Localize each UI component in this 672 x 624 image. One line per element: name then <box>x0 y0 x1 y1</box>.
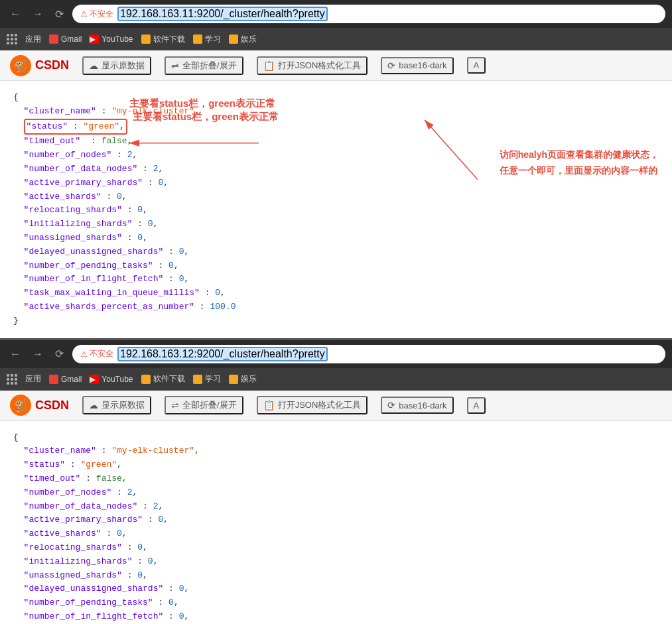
entertainment-icon-2 <box>229 375 238 384</box>
json2-open-brace: { <box>13 431 659 445</box>
bookmark-youtube-2[interactable]: ▶ YouTube <box>90 375 133 384</box>
json2-line-timed: "timed_out" : false, <box>13 472 659 486</box>
apps-grid-2[interactable] <box>7 374 17 385</box>
json-line-percent: "active_shards_percent_as_number" : 100.… <box>13 300 659 314</box>
raw-data-btn-1[interactable]: ☁ 显示原数据 <box>82 56 151 75</box>
bookmark-entertainment-1[interactable]: 娱乐 <box>229 34 257 45</box>
json2-line-flight: "number_of_in_flight_fetch" : 0, <box>13 610 659 624</box>
status-inline-annotation: 主要看status栏，green表示正常 <box>133 109 279 125</box>
software-icon-2 <box>141 375 151 384</box>
health-annotation: 访问healyh页面查看集群的健康状态， 任意一个即可，里面显示的内容一样的 <box>500 147 659 179</box>
browser-chrome-1: ← → ⟳ ⚠ 不安全 192.168.163.11:9200/_cluster… <box>0 0 672 28</box>
collapse-btn-2[interactable]: ⇌ 全部折叠/展开 <box>165 396 243 414</box>
csdn-logo-2: 🐒 CSDN <box>10 395 69 416</box>
forward-button[interactable]: → <box>29 7 46 21</box>
csdn-monkey-icon: 🐒 <box>10 55 31 76</box>
json-line-flight: "number_of_in_flight_fetch" : 0, <box>13 273 659 286</box>
url-display-1: 192.168.163.11:9200/_cluster/health?pret… <box>117 7 328 21</box>
json-content-2: { "cluster_name" : "my-elk-cluster", "st… <box>0 421 672 624</box>
gmail-icon <box>49 34 58 44</box>
json2-line-initializing: "initializing_shards" : 0, <box>13 555 659 569</box>
address-bar-1[interactable]: ⚠ 不安全 192.168.163.11:9200/_cluster/healt… <box>72 5 665 23</box>
url-text-1: 192.168.163.11:9200/_cluster/health?pret… <box>120 8 325 19</box>
back-button[interactable]: ← <box>7 7 24 21</box>
theme-icon: ⟳ <box>387 60 395 71</box>
reload-button[interactable]: ⟳ <box>52 7 67 22</box>
json-line-delayed: "delayed_unassigned_shards" : 0, <box>13 245 659 259</box>
json-tool-btn-2[interactable]: 📋 打开JSON格式化工具 <box>257 396 368 414</box>
study-icon <box>193 34 202 44</box>
apps-label-2[interactable]: 应用 <box>25 373 41 385</box>
json-line-initializing: "initializing_shards" : 0, <box>13 218 659 231</box>
bookmark-study-2[interactable]: 学习 <box>193 373 221 385</box>
json-line-task-max: "task_max_waiting_in_queue_millis" : 0, <box>13 286 659 300</box>
insecure-label: 不安全 <box>90 9 113 20</box>
url-display-2: 192.168.163.12:9200/_cluster/health?pret… <box>117 347 328 361</box>
csdn-toolbar-2: 🐒 CSDN ☁ 显示原数据 ⇌ 全部折叠/展开 📋 打开JSON格式化工具 ⟳… <box>0 391 672 421</box>
json2-line-status: "status" : "green", <box>13 458 659 472</box>
json-icon-2: 📋 <box>263 400 275 410</box>
bookmark-gmail-1[interactable]: Gmail <box>49 34 82 44</box>
cloud-icon: ☁ <box>89 60 98 71</box>
study-icon-2 <box>193 375 202 384</box>
json-content-1: { "cluster_name" : "my-elk-cluster", "st… <box>0 81 672 338</box>
raw-data-btn-2[interactable]: ☁ 显示原数据 <box>82 396 151 414</box>
gmail-icon-2 <box>49 375 58 384</box>
youtube-icon: ▶ <box>90 34 99 44</box>
collapse-icon-2: ⇌ <box>171 400 179 410</box>
csdn-logo-1: 🐒 CSDN <box>10 55 69 76</box>
forward-button-2[interactable]: → <box>29 347 46 361</box>
json2-line-delayed: "delayed_unassigned_shards" : 0, <box>13 582 659 596</box>
collapse-btn-1[interactable]: ⇌ 全部折叠/展开 <box>165 56 243 75</box>
json-line-relocating: "relocating_shards" : 0, <box>13 204 659 218</box>
back-button-2[interactable]: ← <box>7 347 24 361</box>
json-tool-btn-1[interactable]: 📋 打开JSON格式化工具 <box>257 56 368 75</box>
font-btn-1[interactable]: A <box>467 57 486 74</box>
reload-button-2[interactable]: ⟳ <box>52 346 67 361</box>
json2-line-pending: "number_of_pending_tasks" : 0, <box>13 596 659 610</box>
software-icon <box>141 34 151 44</box>
bookmark-software-2[interactable]: 软件下载 <box>141 373 185 385</box>
csdn-logo-text-2: CSDN <box>35 399 69 412</box>
csdn-logo-text: CSDN <box>35 58 69 72</box>
bookmark-gmail-2[interactable]: Gmail <box>49 375 82 384</box>
browser-window-1: ← → ⟳ ⚠ 不安全 192.168.163.11:9200/_cluster… <box>0 0 672 338</box>
json-close-brace: } <box>13 314 659 328</box>
theme-btn-2[interactable]: ⟳ base16-dark <box>381 397 453 414</box>
bookmark-youtube-1[interactable]: ▶ YouTube <box>90 34 133 44</box>
youtube-icon-2: ▶ <box>90 375 99 384</box>
font-btn-2[interactable]: A <box>467 397 486 414</box>
theme-icon-2: ⟳ <box>387 400 395 410</box>
json2-line-nodes: "number_of_nodes" : 2, <box>13 486 659 500</box>
json2-line-unassigned: "unassigned_shards" : 0, <box>13 569 659 583</box>
json-icon: 📋 <box>263 60 275 71</box>
json2-line-relocating: "relocating_shards" : 0, <box>13 541 659 555</box>
browser-chrome-2: ← → ⟳ ⚠ 不安全 192.168.163.12:9200/_cluster… <box>0 340 672 368</box>
bookmark-software-1[interactable]: 软件下载 <box>141 34 185 45</box>
json-open-brace: { <box>13 91 659 105</box>
collapse-icon: ⇌ <box>171 60 179 71</box>
json-line-active-shards: "active_shards" : 0, <box>13 190 659 204</box>
entertainment-icon <box>229 34 238 44</box>
cloud-icon-2: ☁ <box>89 400 98 410</box>
csdn-toolbar-1: 🐒 CSDN ☁ 显示原数据 ⇌ 全部折叠/展开 📋 打开JSON格式化工具 ⟳… <box>0 50 672 81</box>
csdn-monkey-icon-2: 🐒 <box>10 395 31 416</box>
json2-line-data-nodes: "number_of_data_nodes" : 2, <box>13 500 659 514</box>
json-line-unassigned: "unassigned_shards" : 0, <box>13 231 659 245</box>
bookmark-study-1[interactable]: 学习 <box>193 34 221 45</box>
json2-line-active-shards: "active_shards" : 0, <box>13 527 659 541</box>
theme-btn-1[interactable]: ⟳ base16-dark <box>381 57 453 74</box>
apps-label-1[interactable]: 应用 <box>25 34 41 45</box>
insecure-icon-2: ⚠ 不安全 <box>80 348 113 359</box>
insecure-icon: ⚠ 不安全 <box>80 9 113 20</box>
address-bar-2[interactable]: ⚠ 不安全 192.168.163.12:9200/_cluster/healt… <box>72 345 665 363</box>
url-text-2: 192.168.163.12:9200/_cluster/health?pret… <box>120 348 325 359</box>
json-line-status: "status" : "green", 主要看status栏，green表示正常 <box>13 119 659 135</box>
bookmarks-bar-1: 应用 Gmail ▶ YouTube 软件下载 学习 娱乐 <box>0 28 672 50</box>
json-content-wrapper-1: { "cluster_name" : "my-elk-cluster", "st… <box>0 81 672 338</box>
json2-line-cluster: "cluster_name" : "my-elk-cluster", <box>13 444 659 458</box>
bookmark-entertainment-2[interactable]: 娱乐 <box>229 373 257 385</box>
apps-grid-1[interactable] <box>7 34 17 44</box>
browser-window-2: ← → ⟳ ⚠ 不安全 192.168.163.12:9200/_cluster… <box>0 338 672 624</box>
bookmarks-bar-2: 应用 Gmail ▶ YouTube 软件下载 学习 娱乐 <box>0 368 672 391</box>
